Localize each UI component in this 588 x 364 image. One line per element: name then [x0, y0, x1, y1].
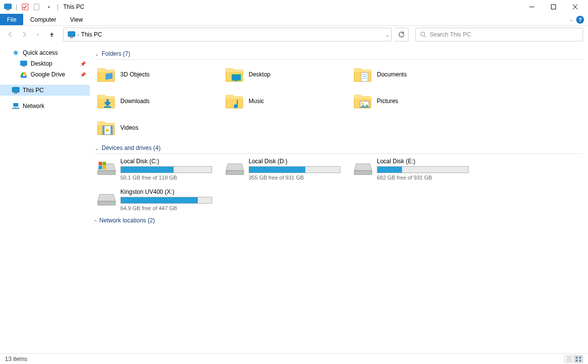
folders-group-header[interactable]: ⌄ Folders (7): [95, 50, 583, 60]
svg-point-10: [421, 32, 425, 36]
pin-icon: 📌: [80, 72, 86, 77]
folder-item[interactable]: Videos: [95, 115, 218, 141]
drive-name: Kingston UV400 (X:): [120, 188, 216, 195]
sidebar-item-network[interactable]: Network: [0, 101, 90, 111]
up-button[interactable]: [46, 29, 57, 40]
nav-bar: ▾ › This PC ⌄ Search This PC: [0, 26, 588, 43]
sidebar-item-desktop[interactable]: Desktop 📌: [0, 58, 90, 69]
file-tab[interactable]: File: [0, 14, 23, 25]
folder-label: 3D Objects: [120, 71, 149, 78]
folder-item[interactable]: Downloads: [95, 88, 218, 114]
svg-rect-9: [70, 37, 73, 38]
svg-rect-30: [110, 126, 112, 135]
drive-name: Local Disk (C:): [120, 158, 216, 165]
content-pane: ⌄ Folders (7) 3D ObjectsDesktopDocuments…: [90, 43, 588, 357]
qat-properties-icon[interactable]: [21, 3, 29, 11]
folder-label: Downloads: [120, 98, 149, 105]
drive-item[interactable]: Local Disk (E:)682 GB free of 931 GB: [351, 156, 475, 182]
separator: |: [57, 3, 58, 10]
folder-item[interactable]: Music: [223, 88, 346, 114]
sidebar-item-this-pc[interactable]: This PC: [0, 85, 90, 96]
expand-icon: ›: [93, 219, 98, 221]
group-title: Network locations (2): [99, 217, 155, 224]
chevron-down-icon[interactable]: ⌄: [385, 32, 389, 37]
gdrive-icon: [20, 71, 28, 78]
item-count: 13 items: [5, 356, 27, 363]
app-icon: [4, 3, 12, 11]
network-group-header[interactable]: › Network locations (2): [95, 217, 583, 226]
svg-rect-8: [68, 32, 75, 36]
recent-dropdown-icon[interactable]: ▾: [33, 29, 43, 40]
svg-rect-17: [12, 108, 19, 109]
pc-icon: [12, 86, 20, 94]
back-button[interactable]: [5, 29, 16, 40]
svg-rect-36: [103, 166, 106, 169]
close-button[interactable]: [564, 0, 586, 14]
svg-rect-33: [99, 162, 102, 165]
usage-bar: [120, 197, 212, 204]
folder-icon: [225, 65, 245, 84]
svg-rect-49: [579, 360, 581, 362]
svg-rect-14: [12, 87, 19, 92]
svg-rect-46: [576, 357, 578, 359]
minimize-button[interactable]: [521, 0, 543, 14]
folder-item[interactable]: 3D Objects: [95, 62, 218, 87]
svg-rect-12: [20, 61, 27, 66]
computer-tab[interactable]: Computer: [23, 14, 63, 25]
search-icon: [420, 31, 427, 38]
folder-icon: [97, 65, 116, 84]
refresh-button[interactable]: [395, 28, 408, 41]
folder-item[interactable]: Documents: [351, 62, 475, 87]
svg-rect-20: [232, 74, 241, 80]
ribbon-expand-icon[interactable]: ⌄: [569, 17, 573, 22]
star-icon: [12, 49, 20, 57]
drive-free-text: 682 GB free of 931 GB: [377, 175, 473, 181]
svg-point-27: [362, 103, 364, 105]
folder-icon: [353, 65, 373, 84]
usage-bar: [377, 166, 469, 173]
drive-item[interactable]: Kingston UV400 (X:)64.9 GB free of 447 G…: [95, 186, 218, 213]
separator: |: [16, 3, 17, 10]
ribbon-tabs: File Computer View ⌄ ?: [0, 14, 588, 26]
maximize-button[interactable]: [543, 0, 564, 14]
folder-item[interactable]: Pictures: [351, 88, 475, 114]
navigation-pane: Quick access Desktop 📌 Google Drive 📌 Th…: [0, 43, 90, 357]
qat-newfolder-icon[interactable]: [33, 3, 41, 11]
view-tab[interactable]: View: [63, 14, 90, 25]
folder-item[interactable]: Desktop: [223, 62, 346, 87]
folder-icon: [97, 91, 116, 111]
svg-rect-1: [6, 9, 9, 10]
folder-label: Documents: [377, 71, 407, 78]
sidebar-item-label: Desktop: [31, 60, 52, 67]
address-text[interactable]: This PC: [79, 31, 104, 38]
qat-customize-icon[interactable]: ▾: [45, 3, 53, 11]
help-icon[interactable]: ?: [576, 16, 584, 24]
svg-rect-29: [103, 126, 105, 135]
large-icons-view-button[interactable]: [574, 355, 583, 363]
drive-icon: [225, 158, 245, 178]
svg-point-38: [241, 172, 242, 174]
status-bar: 13 items: [0, 353, 588, 364]
search-input[interactable]: Search This PC: [415, 28, 583, 41]
details-view-button[interactable]: [564, 355, 573, 363]
drive-item[interactable]: Local Disk (D:)355 GB free of 931 GB: [223, 156, 346, 182]
sidebar-item-quick-access[interactable]: Quick access: [0, 47, 90, 58]
svg-rect-3: [34, 4, 39, 10]
pc-icon: [66, 31, 77, 38]
svg-rect-47: [579, 357, 581, 359]
drives-group-header[interactable]: ⌄ Devices and drives (4): [95, 145, 583, 154]
drive-item[interactable]: Local Disk (C:)50.1 GB free of 118 GB: [95, 156, 218, 182]
svg-rect-13: [22, 66, 25, 67]
svg-rect-19: [106, 73, 112, 79]
group-title: Devices and drives (4): [102, 145, 160, 151]
forward-button[interactable]: [19, 29, 30, 40]
sidebar-item-google-drive[interactable]: Google Drive 📌: [0, 69, 90, 80]
folder-label: Music: [249, 98, 264, 105]
address-bar[interactable]: › This PC ⌄: [63, 28, 392, 41]
collapse-icon: ⌄: [95, 146, 99, 151]
search-placeholder: Search This PC: [430, 31, 471, 38]
svg-rect-15: [14, 93, 17, 94]
titlebar: | ▾ | This PC: [0, 0, 588, 14]
svg-rect-48: [576, 360, 578, 362]
group-title: Folders (7): [102, 50, 130, 57]
